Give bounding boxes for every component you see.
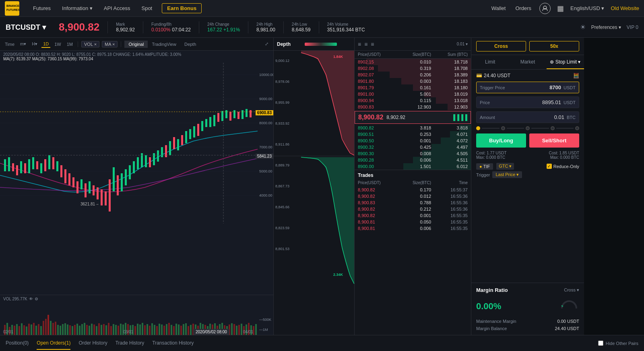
ob-ask-row[interactable]: 8901.79 0.161 18.180: [355, 84, 471, 91]
hide-pairs-checkbox[interactable]: [598, 341, 603, 346]
cross-selector[interactable]: Cross ▾: [564, 287, 579, 293]
slider-dot-75[interactable]: [551, 126, 555, 130]
svg-rect-47: [129, 165, 131, 179]
interval-1m[interactable]: 1M: [65, 41, 74, 47]
sell-cost: Cost: 1.85 USDT Max: 0.000 BTC: [529, 151, 579, 160]
price-input-container[interactable]: Price 8895.01 USDT: [476, 96, 579, 108]
tab-trade-history[interactable]: Trade History: [116, 337, 144, 350]
svg-text:8000.00: 8000.00: [259, 121, 272, 125]
volume-section: VOL 295.77K 👁 ⚙: [0, 295, 273, 335]
ob-ask-row[interactable]: 8900.83 12.903 12.903: [355, 104, 471, 110]
spread-selector[interactable]: 0.01 ▾: [457, 42, 468, 46]
amount-label-field: Amount: [480, 115, 495, 120]
earn-bonus-button[interactable]: Earn Bonus: [162, 3, 202, 13]
ob-bid-row[interactable]: 8900.50 0.001 4.072: [355, 138, 471, 144]
time-selector[interactable]: Time: [3, 41, 16, 47]
tab-position[interactable]: Position(0): [6, 337, 29, 350]
preferences-button[interactable]: Preferences ▾: [591, 25, 621, 30]
ob-ask-row[interactable]: 8900.94 0.115 13.018: [355, 97, 471, 104]
hide-pairs-label: Hide Other Pairs: [606, 341, 638, 346]
slider-line-3: [531, 128, 549, 129]
date-3: 04/01: [243, 330, 253, 334]
trigger-price-value: 8700: [549, 84, 561, 90]
sell-short-button[interactable]: Sell/Short: [529, 133, 579, 148]
tab-transaction-history[interactable]: Transaction History: [152, 337, 194, 350]
expand-icon[interactable]: ⤢: [263, 41, 270, 47]
ob-ask-row[interactable]: 8901.00 5.001 18.019: [355, 91, 471, 97]
interval-1w[interactable]: 1W: [53, 41, 63, 47]
buy-long-button[interactable]: Buy/Long: [476, 133, 526, 148]
old-website-link[interactable]: Old Website: [611, 5, 639, 11]
vol-indicator[interactable]: VOL ×: [81, 41, 99, 47]
amount-input-container[interactable]: Amount 0.01 BTC: [476, 111, 579, 123]
svg-rect-29: [56, 161, 58, 171]
ob-all-icon[interactable]: ≡: [358, 41, 361, 47]
order-form-body: 💳 24.40 USDT 🧮 Trigger Price 8700 USDT: [471, 70, 584, 283]
ob-asks-icon[interactable]: ≡: [364, 41, 367, 47]
last-price-selector[interactable]: Last Price ▾: [492, 171, 522, 178]
header: BINANCE FUTURES Futures Information ▾ AP…: [0, 0, 644, 17]
tab-limit[interactable]: Limit: [471, 55, 509, 69]
order-panel: Cross 50x Limit Market ⊕ Stop Limit ▾ 💳 …: [471, 38, 584, 335]
orders-link[interactable]: Orders: [514, 5, 533, 11]
ob-bid-row[interactable]: 8900.28 0.006 4.511: [355, 157, 471, 163]
ob-bid-row[interactable]: 8900.32 0.425 4.497: [355, 144, 471, 150]
tab-tradingview[interactable]: TradingView: [148, 41, 180, 48]
leverage-button[interactable]: 50x: [529, 41, 579, 51]
ob-bid-row[interactable]: 8900.00 1.501 6.012: [355, 163, 471, 170]
margin-ratio-title: Margin Ratio: [476, 287, 508, 293]
svg-rect-31: [64, 169, 66, 183]
tab-open-orders[interactable]: Open Orders(1): [37, 337, 70, 350]
nav-api[interactable]: API Access: [102, 5, 132, 11]
svg-text:10000.00: 10000.00: [259, 73, 273, 77]
tab-market[interactable]: Market: [509, 55, 546, 69]
mark-price-stat: Mark 8,902.92: [116, 22, 135, 33]
tab-order-history[interactable]: Order History: [78, 337, 107, 350]
gtc-selector[interactable]: GTC ▾: [496, 163, 514, 170]
tab-stop-limit[interactable]: ⊕ Stop Limit ▾: [547, 55, 584, 69]
reduce-only-checkbox[interactable]: Reduce-Only: [547, 164, 579, 169]
interval-1d[interactable]: 1D: [41, 41, 50, 48]
nav-information[interactable]: Information ▾: [60, 5, 94, 11]
trigger-price-input-container[interactable]: Trigger Price 8700 USDT: [476, 82, 579, 93]
hide-pairs-row[interactable]: Hide Other Pairs: [598, 341, 638, 346]
h-selector[interactable]: H▾: [30, 41, 39, 47]
slider-dot-25[interactable]: [501, 126, 505, 130]
slider-dot-0[interactable]: [476, 126, 480, 130]
language-selector[interactable]: English/USD ▾: [570, 5, 604, 11]
nav-futures[interactable]: Futures: [31, 5, 52, 11]
user-avatar[interactable]: [539, 3, 551, 14]
ob-ask-row[interactable]: 8902.15 0.010 18.718: [355, 59, 471, 65]
ob-bid-row[interactable]: 8900.30 0.008 4.505: [355, 150, 471, 157]
ob-ask-row[interactable]: 8902.08 0.319 18.708: [355, 65, 471, 72]
depth-canvas: 9,000.12 8,978.06 8,955.99 8,933.92 8,91…: [274, 51, 354, 335]
theme-icon[interactable]: ☀: [580, 23, 586, 31]
ob-bid-row[interactable]: 8900.82 3.818 3.818: [355, 125, 471, 131]
svg-rect-42: [109, 179, 111, 211]
tif-badge[interactable]: ● TIF: [476, 163, 493, 170]
tab-original[interactable]: Original: [124, 41, 148, 48]
ob-bid-row[interactable]: 8900.51 0.253 4.071: [355, 131, 471, 138]
svg-rect-62: [189, 129, 191, 139]
tab-depth[interactable]: Depth: [180, 41, 200, 48]
trigger-price-wrap: Trigger Price 8700 USDT: [476, 82, 579, 93]
ob-ask-row[interactable]: 8902.07 0.206 18.389: [355, 72, 471, 78]
wallet-link[interactable]: Wallet: [490, 5, 508, 11]
cross-button[interactable]: Cross: [476, 41, 526, 51]
svg-text:FUTURES: FUTURES: [6, 8, 19, 11]
slider-dot-100[interactable]: [575, 126, 579, 130]
m-selector[interactable]: m▾: [19, 41, 28, 47]
nav-spot[interactable]: Spot: [140, 5, 154, 11]
slider-dot-50[interactable]: [526, 126, 530, 130]
maintenance-margin-row: Maintenance Margin 0.00 USDT: [476, 319, 579, 324]
price-label-field: Price: [480, 100, 490, 105]
qr-icon[interactable]: ▦: [557, 4, 564, 13]
ticker-symbol[interactable]: BTCUSDT ▾: [6, 23, 46, 32]
ma-indicator[interactable]: MA ×: [102, 41, 118, 47]
calculator-icon[interactable]: 🧮: [573, 73, 579, 78]
ob-bids-icon[interactable]: ≡: [371, 41, 374, 47]
svg-rect-19: [16, 165, 18, 175]
svg-rect-18: [12, 163, 14, 171]
ob-ask-row[interactable]: 8901.80 0.003 18.183: [355, 78, 471, 84]
svg-rect-49: [137, 157, 139, 169]
